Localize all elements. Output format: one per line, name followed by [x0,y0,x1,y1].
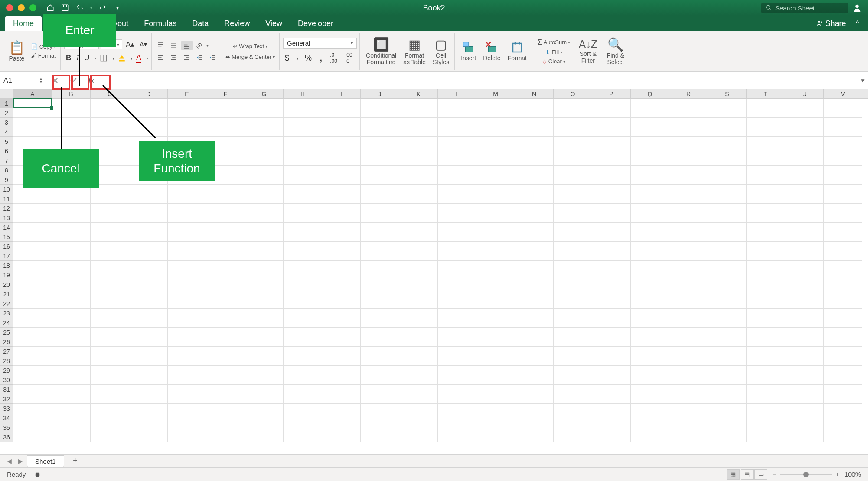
column-header-t[interactable]: T [747,89,785,98]
cell[interactable] [13,318,52,328]
cell[interactable] [669,356,708,366]
cell[interactable] [284,156,322,166]
cell[interactable] [168,289,206,299]
cell[interactable] [554,137,592,146]
column-header-e[interactable]: E [168,89,206,98]
cell[interactable] [361,280,399,289]
cell[interactable] [785,385,824,394]
cell[interactable] [708,204,747,213]
cell[interactable] [361,270,399,280]
cell[interactable] [554,242,592,251]
cell[interactable] [669,118,708,127]
row-header-20[interactable]: 20 [0,280,13,289]
cell[interactable] [129,318,168,328]
cell[interactable] [284,299,322,309]
cell[interactable] [708,251,747,261]
cell[interactable] [669,166,708,175]
cell[interactable] [245,118,284,127]
cell[interactable] [669,404,708,413]
cell[interactable] [515,146,554,156]
cell[interactable] [168,242,206,251]
cell[interactable] [631,309,669,318]
zoom-slider[interactable]: − + [773,471,839,478]
cell[interactable] [206,366,245,375]
cell[interactable] [438,423,476,432]
cell[interactable] [785,432,824,442]
cell[interactable] [785,318,824,328]
cell[interactable] [554,175,592,185]
sheet-tab-sheet1[interactable]: Sheet1 [27,455,64,467]
cell[interactable] [168,280,206,289]
select-all-corner[interactable] [0,89,13,98]
cell[interactable] [476,108,515,118]
cell[interactable] [438,289,476,299]
cell[interactable] [245,166,284,175]
cell[interactable] [438,213,476,223]
cell[interactable] [284,166,322,175]
cell[interactable] [747,347,785,356]
cell[interactable] [824,213,862,223]
search-box[interactable] [761,3,848,13]
underline-button[interactable]: U [82,53,91,63]
cell[interactable] [476,318,515,328]
cell[interactable] [631,156,669,166]
cell[interactable] [168,366,206,375]
cell[interactable] [438,108,476,118]
cell[interactable] [631,204,669,213]
cell[interactable] [785,185,824,194]
cell[interactable] [399,404,438,413]
cell[interactable] [669,366,708,375]
cell[interactable] [322,118,361,127]
row-header-7[interactable]: 7 [0,156,13,166]
cell[interactable] [399,309,438,318]
cell[interactable] [361,318,399,328]
cell[interactable] [669,127,708,137]
row-header-31[interactable]: 31 [0,385,13,394]
cell[interactable] [785,366,824,375]
cell[interactable] [708,99,747,108]
cell[interactable] [361,118,399,127]
cell[interactable] [52,289,91,299]
cell[interactable] [669,347,708,356]
cell[interactable] [515,328,554,337]
cell[interactable] [747,356,785,366]
percent-button[interactable]: % [303,53,313,64]
cell[interactable] [13,299,52,309]
cell[interactable] [13,270,52,280]
cell[interactable] [554,356,592,366]
cell[interactable] [438,204,476,213]
cell[interactable] [361,166,399,175]
cell[interactable] [13,127,52,137]
currency-button[interactable]: $ [283,53,291,64]
cell[interactable] [438,347,476,356]
cell[interactable] [284,137,322,146]
cell[interactable] [747,270,785,280]
cell[interactable] [13,204,52,213]
column-header-q[interactable]: Q [631,89,669,98]
cell[interactable] [747,309,785,318]
cell[interactable] [747,223,785,232]
cell[interactable] [708,289,747,299]
normal-view-button[interactable]: ▦ [727,469,740,480]
cell[interactable] [13,242,52,251]
decrease-font-button[interactable]: A▾ [138,40,148,49]
cell[interactable] [245,385,284,394]
cell[interactable] [245,309,284,318]
cell[interactable] [438,223,476,232]
cell[interactable] [245,280,284,289]
formula-input[interactable] [101,72,858,89]
cell[interactable] [476,156,515,166]
cell[interactable] [708,375,747,385]
cell[interactable] [399,194,438,204]
cell[interactable] [515,99,554,108]
cell[interactable] [91,289,129,299]
cell[interactable] [515,166,554,175]
cell[interactable] [52,118,91,127]
cell[interactable] [785,413,824,423]
cell[interactable] [592,108,631,118]
cell[interactable] [399,347,438,356]
cell[interactable] [361,423,399,432]
cell[interactable] [168,404,206,413]
cell[interactable] [438,156,476,166]
cell[interactable] [52,99,91,108]
